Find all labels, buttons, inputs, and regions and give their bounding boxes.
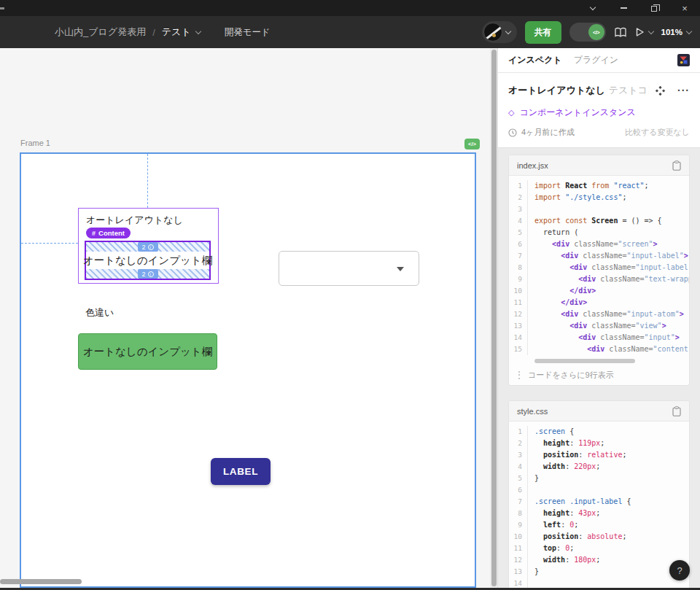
code-icon: </> xyxy=(588,24,604,40)
avatar xyxy=(483,23,502,42)
more-options-button[interactable]: ··· xyxy=(677,88,690,93)
window-titlebar: × xyxy=(0,0,700,16)
variant-label: 色違い xyxy=(85,306,114,319)
component-title: オートレイアウトなし xyxy=(86,214,183,227)
chevron-down-icon xyxy=(686,28,692,34)
show-more-code-button[interactable]: コードをさらに9行表示 xyxy=(509,365,689,385)
hash-icon: # xyxy=(92,230,96,237)
play-icon xyxy=(635,27,645,37)
copy-code-button[interactable] xyxy=(672,160,681,171)
vertical-scrollbar[interactable] xyxy=(490,48,497,588)
padding-count-badge-bottom[interactable]: 2 i xyxy=(138,269,158,279)
component-instance-row[interactable]: ◇ コンポーネントインスタンス xyxy=(508,106,690,119)
close-button[interactable]: × xyxy=(669,0,700,16)
code-lines-jsx[interactable]: 1import React from "react";2import "./st… xyxy=(509,176,689,355)
input-element-label: オートなしのインプット欄 xyxy=(86,252,209,269)
swap-instance-button[interactable] xyxy=(655,85,666,96)
panel-tabs: インスペクト プラグイン xyxy=(498,48,700,73)
chevron-down-icon xyxy=(590,4,596,9)
app-menu-icon[interactable] xyxy=(0,7,4,9)
tab-plugins[interactable]: プラグイン xyxy=(574,54,618,66)
code-file-name: index.jsx xyxy=(517,161,548,170)
chevron-down-icon xyxy=(648,28,653,34)
library-button[interactable] xyxy=(614,27,627,38)
select-box[interactable] xyxy=(279,251,419,286)
window-controls: × xyxy=(578,0,700,16)
guide-line-horizontal xyxy=(21,243,78,244)
account-menu[interactable] xyxy=(482,21,517,43)
green-input-button[interactable]: オートなしのインプット欄 xyxy=(78,333,217,370)
frame-label[interactable]: Frame 1 xyxy=(20,139,50,147)
selection-info: オートレイアウトなし テストコン... ··· ◇ コンポーネントインスタンス … xyxy=(498,73,700,147)
breadcrumb-separator: / xyxy=(152,27,155,38)
code-card-jsx: index.jsx 1import React from "react";2im… xyxy=(508,155,690,386)
padding-count-badge-top[interactable]: 2 i xyxy=(138,242,158,252)
code-lines-css[interactable]: 1.screen {2 height: 119px;3 position: re… xyxy=(509,422,689,588)
breadcrumb-file[interactable]: テスト xyxy=(162,26,201,39)
canvas[interactable]: Frame 1 </> オートレイアウトなし # Content オートなしのイ… xyxy=(0,48,490,588)
clipboard-icon xyxy=(672,160,681,171)
breadcrumb-project[interactable]: 小山内_ブログ発表用 xyxy=(55,26,146,39)
code-area: index.jsx 1import React from "react";2im… xyxy=(498,147,700,588)
main-area: Frame 1 </> オートレイアウトなし # Content オートなしのイ… xyxy=(0,48,700,588)
horizontal-scrollbar[interactable] xyxy=(0,579,82,584)
window-menu-button[interactable] xyxy=(578,0,608,16)
dev-mode-badge[interactable]: </> xyxy=(464,139,480,150)
breadcrumb: 小山内_ブログ発表用 / テスト 開発モード xyxy=(55,26,271,39)
book-icon xyxy=(614,27,627,38)
minimize-icon xyxy=(621,7,627,8)
chevron-down-icon xyxy=(505,28,510,34)
tab-inspect[interactable]: インスペクト xyxy=(508,54,562,66)
dev-mode-toggle[interactable]: </> xyxy=(569,23,606,42)
dev-mode-label: 開発モード xyxy=(225,26,271,39)
chevron-down-icon xyxy=(195,28,201,34)
component-instance-label: コンポーネントインスタンス xyxy=(519,106,635,119)
clock-icon xyxy=(508,128,517,137)
clipboard-icon xyxy=(672,406,681,416)
selection-meta: 4ヶ月前に作成 比較する変更なし xyxy=(508,127,690,138)
restore-icon xyxy=(651,6,657,12)
ellipsis-vertical-icon xyxy=(518,371,520,379)
minimize-button[interactable] xyxy=(608,0,639,16)
close-icon: × xyxy=(682,3,688,14)
compare-changes-label: 比較する変更なし xyxy=(625,127,690,138)
help-button[interactable]: ? xyxy=(669,560,690,581)
dropdown-arrow-icon xyxy=(397,267,404,271)
content-badge[interactable]: # Content xyxy=(86,228,131,238)
share-button[interactable]: 共有 xyxy=(525,21,561,44)
guide-line-vertical xyxy=(147,154,148,208)
inspect-panel: インスペクト プラグイン オートレイアウトなし テストコン... xyxy=(497,48,700,588)
zoom-level: 101% xyxy=(661,28,682,36)
plugin-icon xyxy=(677,54,690,66)
created-label: 4ヶ月前に作成 xyxy=(521,127,575,138)
info-icon: i xyxy=(148,271,154,277)
label-button[interactable]: LABEL xyxy=(211,458,271,485)
toolbar-actions: 共有 </> 101% xyxy=(482,21,691,44)
zoom-control[interactable]: 101% xyxy=(661,28,691,36)
code-horizontal-scrollbar[interactable] xyxy=(534,359,635,363)
selection-title: オートレイアウトなし xyxy=(508,84,605,97)
app-toolbar: 小山内_ブログ発表用 / テスト 開発モード 共有 </> 101% xyxy=(0,16,700,48)
present-button[interactable] xyxy=(635,27,653,37)
code-card-css: style.css 1.screen {2 height: 119px;3 po… xyxy=(508,400,690,588)
plugin-button[interactable] xyxy=(677,54,690,66)
selection-subtitle: テストコン... xyxy=(609,84,649,97)
input-element[interactable]: オートなしのインプット欄 2 i 2 i xyxy=(85,241,211,280)
swap-instance-icon xyxy=(655,85,666,96)
vertical-scrollbar-thumb[interactable] xyxy=(491,50,497,586)
code-card-header: style.css xyxy=(509,401,689,422)
component-selection[interactable]: オートレイアウトなし # Content オートなしのインプット欄 2 i 2 … xyxy=(78,208,219,284)
code-file-name: style.css xyxy=(517,407,548,416)
code-card-header: index.jsx xyxy=(509,155,689,176)
info-icon: i xyxy=(148,244,154,250)
restore-button[interactable] xyxy=(639,0,669,16)
component-instance-icon: ◇ xyxy=(508,108,514,117)
copy-code-button[interactable] xyxy=(672,406,681,416)
